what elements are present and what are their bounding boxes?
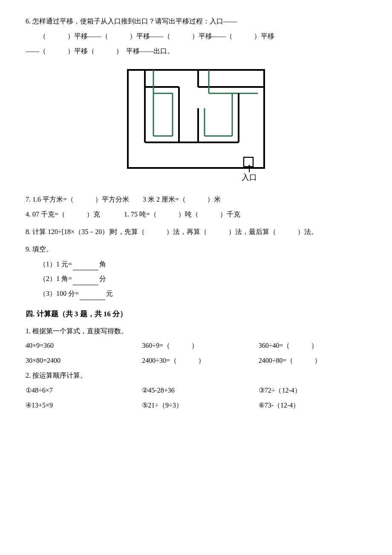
q6-line0: 6. 怎样通过平移，使箱子从入口推到出口？请写出平移过程：入口—— [26, 15, 366, 28]
op-2: ②45-28+36 [142, 384, 250, 397]
question-9: 9. 填空。 （1）1 元=角 （2）1 角=分 （3）100 分=元 [26, 243, 366, 300]
section-4: 四. 计算题（共 3 题，共 16 分） 1. 根据第一个算式，直接写得数。 4… [26, 308, 366, 411]
svg-text:入口: 入口 [242, 173, 257, 182]
calc-1-col1: 40×9=360 [26, 340, 133, 352]
op-6: ⑥73-（12-4） [259, 399, 366, 412]
q7-row1: 7. 1.6 平方米=（）平方分米 3 米 2 厘米=（）米 [26, 194, 366, 206]
q4-2-label: 2. 按运算顺序计算。 [26, 370, 366, 382]
question-7: 7. 1.6 平方米=（）平方分米 3 米 2 厘米=（）米 4. 07 千克=… [26, 194, 366, 221]
q9-item2: （2）1 角=分 [26, 273, 366, 285]
op-4: ④13+5×9 [26, 399, 133, 412]
op-5: ⑤21÷（9÷3） [142, 399, 250, 412]
op-1: ①48÷6×7 [26, 384, 133, 397]
question-8: 8. 计算 120÷[18×（35－20）]时，先算（）法，再算（）法，最后算（… [26, 226, 366, 238]
ops-row-2: ④13+5×9 ⑤21÷（9÷3） ⑥73-（12-4） [26, 399, 366, 412]
calc-row-1: 40×9=360 360÷9=（） 360÷40=（） [26, 340, 366, 352]
calc-1-col2: 360÷9=（） [142, 340, 250, 352]
calc-2-col3: 2400÷80=（） [259, 355, 366, 367]
q8-text: 8. 计算 120÷[18×（35－20）]时，先算（）法，再算（）法，最后算（… [26, 226, 366, 238]
ops-row-1: ①48÷6×7 ②45-28+36 ③72÷（12-4） [26, 384, 366, 397]
q7-row2: 4. 07 千克=（）克 1. 75 吨=（）吨（）千克 [26, 208, 366, 221]
section4-title: 四. 计算题（共 3 题，共 16 分） [26, 308, 366, 321]
maze-svg: 入口 [124, 66, 268, 185]
q9-item3: （3）100 分=元 [26, 288, 366, 300]
calc-2-col2: 2400÷30=（） [142, 355, 250, 367]
q6-line2: ——（）平移（） 平移——出口。 [26, 45, 366, 58]
q9-label: 9. 填空。 [26, 243, 366, 256]
q6-label: 6. 怎样通过平移，使箱子从入口推到出口？请写出平移过程：入口—— [26, 17, 237, 25]
q6-line1: （）平移——（）平移——（）平移——（）平移 [26, 30, 366, 43]
calc-2-col1: 30×80=2400 [26, 355, 133, 367]
svg-rect-20 [244, 157, 253, 167]
maze-diagram: 入口 [119, 66, 273, 185]
op-3: ③72÷（12-4） [259, 384, 366, 397]
svg-rect-0 [128, 70, 264, 168]
calc-row-2: 30×80=2400 2400÷30=（） 2400÷80=（） [26, 355, 366, 367]
calc-1-col3: 360÷40=（） [259, 340, 366, 352]
question-6: 6. 怎样通过平移，使箱子从入口推到出口？请写出平移过程：入口—— （）平移——… [26, 15, 366, 57]
q9-item1: （1）1 元=角 [26, 258, 366, 271]
q4-1-label: 1. 根据第一个算式，直接写得数。 [26, 325, 366, 338]
